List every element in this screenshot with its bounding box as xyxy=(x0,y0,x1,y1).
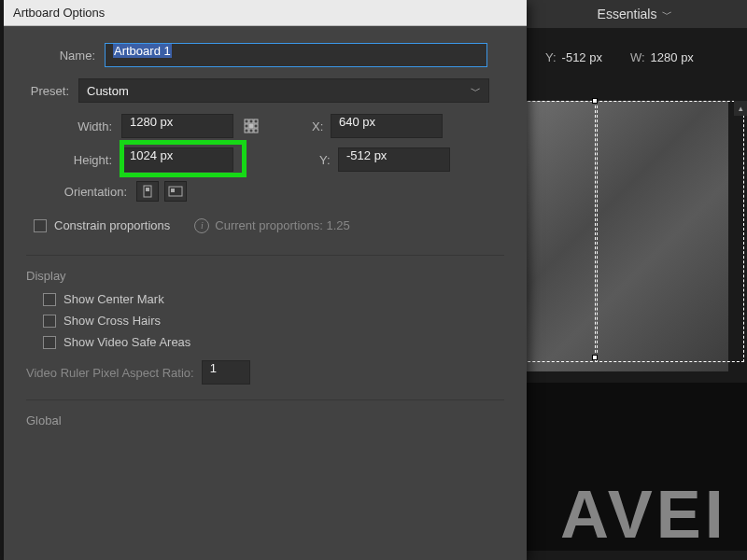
y-value: -512 px xyxy=(562,50,602,64)
workspace-switcher[interactable]: Essentials ﹀ xyxy=(523,0,747,28)
svg-rect-12 xyxy=(171,189,175,192)
current-proportions: Current proportions: 1.25 xyxy=(215,218,350,232)
handle-bottom[interactable] xyxy=(592,355,598,360)
global-section-head: Global xyxy=(26,413,504,427)
y-input[interactable]: -512 px xyxy=(338,147,450,172)
preset-select[interactable]: Custom ﹀ xyxy=(78,78,489,103)
divider xyxy=(26,399,504,400)
svg-rect-6 xyxy=(245,129,248,133)
y-label: Y: xyxy=(545,50,557,64)
preset-label: Preset: xyxy=(26,84,78,98)
x-label: X: xyxy=(312,119,331,133)
width-label: Width: xyxy=(34,119,121,133)
show-cross-hairs-checkbox[interactable] xyxy=(43,315,56,328)
svg-rect-5 xyxy=(254,124,258,128)
selection-marquee-left[interactable] xyxy=(523,101,598,362)
canvas-big-text: AVEI xyxy=(560,476,727,553)
svg-rect-10 xyxy=(146,188,149,191)
height-label: Height: xyxy=(34,153,121,167)
show-center-label: Show Center Mark xyxy=(63,292,164,306)
chevron-down-icon: ﹀ xyxy=(471,84,481,98)
reference-point-icon[interactable] xyxy=(239,114,263,138)
dialog-title: Artboard Options xyxy=(13,6,105,20)
dialog-titlebar[interactable]: Artboard Options xyxy=(4,0,527,26)
info-icon: i xyxy=(194,218,209,233)
handle-top[interactable] xyxy=(592,98,598,104)
control-bar-coords: Y: -512 px W: 1280 px xyxy=(523,45,694,69)
svg-rect-3 xyxy=(245,124,248,128)
pixel-aspect-ratio-input[interactable]: 1 xyxy=(202,360,250,385)
constrain-label: Constrain proportions xyxy=(54,218,170,232)
svg-rect-7 xyxy=(249,129,253,133)
w-label: W: xyxy=(630,50,645,64)
height-input[interactable]: 1024 px xyxy=(121,147,233,172)
show-cross-label: Show Cross Hairs xyxy=(63,314,161,328)
svg-rect-8 xyxy=(254,129,258,133)
divider xyxy=(26,255,504,256)
x-input[interactable]: 640 px xyxy=(331,114,443,138)
orientation-portrait-button[interactable] xyxy=(136,181,159,202)
name-input[interactable]: Artboard 1 xyxy=(105,43,487,67)
y-label: Y: xyxy=(319,153,338,167)
workspace-label: Essentials xyxy=(598,7,657,21)
svg-rect-0 xyxy=(245,119,248,123)
chevron-down-icon: ﹀ xyxy=(662,7,672,21)
preset-value: Custom xyxy=(87,84,129,98)
orientation-landscape-button[interactable] xyxy=(164,181,187,202)
show-center-mark-checkbox[interactable] xyxy=(43,293,56,306)
show-video-safe-checkbox[interactable] xyxy=(43,336,56,349)
selection-marquee-right[interactable] xyxy=(595,101,744,362)
scroll-up-icon[interactable]: ▴ xyxy=(734,101,747,116)
width-input[interactable]: 1280 px xyxy=(121,114,233,138)
svg-rect-4 xyxy=(249,124,253,128)
display-section-head: Display xyxy=(26,269,504,283)
constrain-proportions-checkbox[interactable] xyxy=(34,219,47,232)
name-input-value: Artboard 1 xyxy=(113,44,172,58)
orientation-label: Orientation: xyxy=(34,185,136,199)
svg-rect-1 xyxy=(249,119,253,123)
name-label: Name: xyxy=(26,49,105,63)
w-value: 1280 px xyxy=(651,50,694,64)
svg-rect-2 xyxy=(254,119,258,123)
show-safe-label: Show Video Safe Areas xyxy=(63,335,190,349)
ratio-label: Video Ruler Pixel Aspect Ratio: xyxy=(26,366,194,380)
artboard-options-dialog: Artboard Options Name: Artboard 1 Preset… xyxy=(4,0,527,560)
